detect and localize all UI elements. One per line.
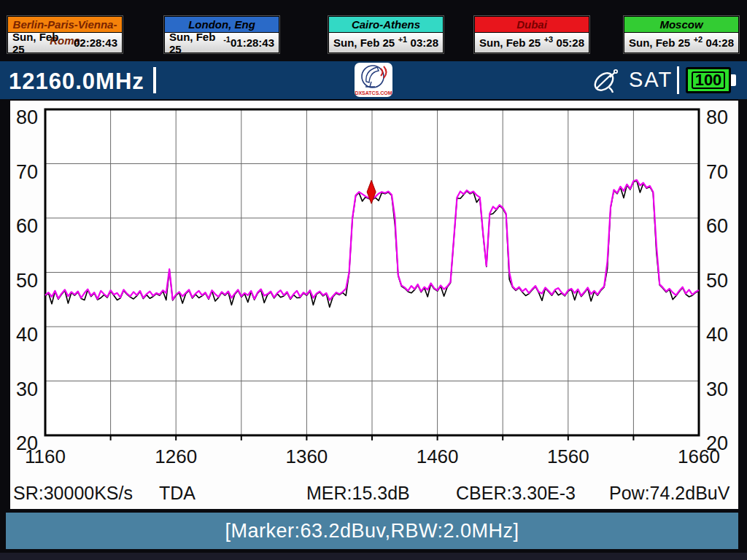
clock-date: Sun, Feb 25 bbox=[333, 36, 395, 49]
y-axis-label-right: 30 bbox=[706, 378, 728, 400]
logo-graphic: DXSATCS.COM bbox=[355, 63, 392, 97]
frequency-value: 12160.0MHz bbox=[9, 69, 144, 94]
text-cursor bbox=[153, 67, 156, 93]
clock-time: 02:28:43 bbox=[74, 36, 117, 49]
clock-date: Sun, Feb 25 bbox=[479, 36, 541, 49]
battery-terminal bbox=[731, 74, 736, 86]
marker-readout-bar: [Marker:63.2dBuv,RBW:2.0MHz] bbox=[6, 513, 738, 549]
clock-utc-offset: +2 bbox=[694, 35, 703, 44]
clock-time-row: Sun, Feb 25 02:28:43 bbox=[8, 33, 122, 52]
y-axis-label-left: 80 bbox=[16, 106, 38, 128]
x-axis-label: 1460 bbox=[417, 446, 459, 467]
sat-mode-label: SAT bbox=[629, 68, 673, 92]
symbol-rate-value: SR:30000KS/s bbox=[13, 483, 133, 504]
y-axis-label-right: 70 bbox=[706, 161, 728, 183]
spectrum-plot: 8080707060605050404030302020116012601360… bbox=[10, 101, 738, 509]
clock-city-label: Dubai bbox=[475, 17, 589, 33]
clock-utc-offset: +1 bbox=[398, 35, 408, 44]
clock-city-label: Cairo-Athens bbox=[329, 17, 443, 33]
x-axis-label: 1160 bbox=[25, 446, 66, 467]
mer-value: MER:15.3dB bbox=[306, 483, 410, 504]
y-axis-label-left: 30 bbox=[16, 378, 38, 400]
y-axis-label-right: 60 bbox=[706, 215, 728, 237]
clock-time: 03:28 bbox=[411, 36, 438, 49]
battery-indicator: 100 bbox=[686, 67, 731, 93]
y-axis-label-right: 40 bbox=[706, 324, 728, 346]
clock-city-label: Moscow bbox=[624, 17, 738, 33]
satellite-meter-screen: Berlin-Paris-Vienna-Roma Sun, Feb 25 02:… bbox=[0, 0, 747, 560]
clock-time-row: Sun, Feb 25 +1 03:28 bbox=[329, 33, 443, 52]
clock-moscow: Moscow Sun, Feb 25 +2 04:28 bbox=[624, 16, 739, 53]
x-axis-label: 1360 bbox=[285, 446, 328, 467]
status-row: SR:30000KS/s TDA MER:15.3dB CBER:3.30E-3… bbox=[10, 483, 738, 503]
clock-time-row: Sun, Feb 25 -1 01:28:43 bbox=[165, 33, 279, 52]
clock-time: 01:28:43 bbox=[231, 36, 274, 49]
y-axis-label-right: 50 bbox=[706, 270, 728, 292]
clock-berlin: Berlin-Paris-Vienna-Roma Sun, Feb 25 02:… bbox=[7, 16, 123, 53]
power-value: Pow:74.2dBuV bbox=[609, 483, 729, 504]
clock-time-row: Sun, Feb 25 +3 05:28 bbox=[475, 33, 589, 52]
clock-date: Sun, Feb 25 bbox=[169, 31, 223, 55]
clock-dubai: Dubai Sun, Feb 25 +3 05:28 bbox=[474, 16, 589, 53]
y-axis-label-left: 70 bbox=[16, 161, 38, 183]
clock-utc-offset: -1 bbox=[223, 35, 231, 44]
x-axis-label: 1560 bbox=[547, 446, 589, 467]
y-axis-label-left: 40 bbox=[16, 324, 38, 346]
y-axis-label-right: 80 bbox=[706, 106, 728, 128]
logo-text: DXSATCS.COM bbox=[355, 90, 392, 96]
clock-date: Sun, Feb 25 bbox=[12, 31, 74, 55]
y-axis-label-left: 60 bbox=[16, 215, 38, 237]
frequency-input[interactable]: 12160.0MHz bbox=[9, 67, 156, 95]
x-axis-label: 1260 bbox=[155, 446, 197, 467]
clock-time: 04:28 bbox=[706, 36, 734, 49]
mode-value: TDA bbox=[159, 483, 196, 504]
dxsatcs-logo: DXSATCS.COM bbox=[355, 63, 392, 97]
clock-date: Sun, Feb 25 bbox=[629, 36, 690, 49]
x-axis-label: 1660 bbox=[678, 446, 720, 467]
y-axis-label-left: 50 bbox=[16, 270, 38, 292]
clock-cairo: Cairo-Athens Sun, Feb 25 +1 03:28 bbox=[328, 16, 444, 53]
cber-value: CBER:3.30E-3 bbox=[456, 483, 576, 504]
bottom-edge-strip bbox=[0, 553, 747, 560]
clock-time-row: Sun, Feb 25 +2 04:28 bbox=[624, 33, 738, 52]
battery-level: 100 bbox=[692, 71, 725, 89]
clock-time: 05:28 bbox=[557, 36, 584, 49]
satellite-dish-icon bbox=[591, 65, 622, 97]
header-bar: 12160.0MHz DXSATCS.COM SAT 100 bbox=[0, 61, 747, 99]
spectrum-panel: 8080707060605050404030302020116012601360… bbox=[10, 101, 738, 509]
clock-london: London, Eng Sun, Feb 25 -1 01:28:43 bbox=[164, 16, 279, 53]
marker-readout-text: [Marker:63.2dBuv,RBW:2.0MHz] bbox=[225, 520, 519, 542]
clock-utc-offset: +3 bbox=[544, 35, 554, 44]
header-divider bbox=[677, 66, 679, 94]
